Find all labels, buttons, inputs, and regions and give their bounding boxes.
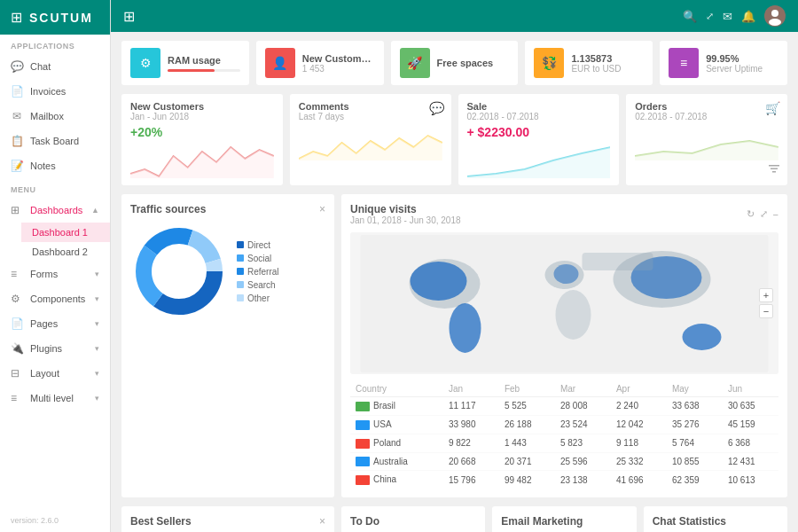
flag-icon [356,439,370,449]
components-icon: ⚙ [11,293,23,305]
map-svg [350,235,778,372]
layout-label: Layout [30,368,95,379]
multilevel-label: Multi level [30,393,95,403]
cell-feb: 99 482 [499,471,555,489]
stat-chart-1 [299,125,442,160]
sidebar-item-notes[interactable]: 📝 Notes [0,153,110,178]
sidebar-item-components[interactable]: ⚙ Components ▾ [0,286,110,311]
dashboard-submenu: Dashboard 1 Dashboard 2 [0,223,110,262]
sidebar-item-dashboard1[interactable]: Dashboard 1 [21,223,110,242]
unique-sub: Jan 01, 2018 - Jun 30, 2018 [350,215,461,225]
col-feb: Feb [499,381,555,397]
sidebar-item-label: Task Board [30,136,79,146]
col-jan: Jan [443,381,499,397]
best-sellers-title: Best Sellers [130,515,192,528]
col-may: May [667,381,723,397]
sidebar-item-dashboard2[interactable]: Dashboard 2 [21,242,110,262]
taskboard-icon: 📋 [11,135,23,147]
stat-card-comments: Comments Last 7 days 💬 [290,94,451,185]
legend-label-0: Direct [247,240,270,250]
chevron-down-icon: ▾ [95,319,99,328]
cell-apr: 25 332 [611,452,667,471]
sidebar-item-forms[interactable]: ≡ Forms ▾ [0,262,110,286]
sidebar-item-chat[interactable]: 💬 Chat [0,54,110,79]
ram-bar [168,69,240,72]
cell-jun: 30 635 [723,397,778,416]
sidebar-item-taskboard[interactable]: 📋 Task Board [0,129,110,153]
topbar-expand-icon[interactable]: ⤢ [706,11,714,22]
sidebar-item-multilevel[interactable]: ≡ Multi level ▾ [0,386,110,411]
svg-rect-2 [769,165,779,167]
avatar[interactable] [764,5,786,27]
world-map: + − [350,232,778,374]
map-controls: + − [759,288,773,318]
cell-may: 35 276 [667,415,723,434]
topbar-bell-icon[interactable]: 🔔 [741,10,755,23]
ram-icon: ⚙ [130,48,160,78]
uptime-title: 99.95% [706,53,778,64]
sidebar-item-pages[interactable]: 📄 Pages ▾ [0,311,110,336]
svg-rect-4 [772,171,776,173]
traffic-title: Traffic sources [130,203,206,215]
cell-jun: 6 368 [723,434,778,452]
orders-filter-icon[interactable] [768,163,780,178]
sidebar-item-label: Chat [30,61,51,72]
svg-point-1 [769,19,781,26]
chevron-down-icon: ▾ [95,394,99,403]
legend-item-0: Direct [237,240,279,250]
cell-country: China [350,471,443,489]
stat-sub-2: 02.2018 - 07.2018 [467,112,611,121]
sidebar-apps-section-label: APPLICATIONS [0,35,110,54]
free-title: Free spaces [437,58,510,68]
sidebar-item-layout[interactable]: ⊟ Layout ▾ [0,361,110,386]
minimize-icon[interactable]: − [773,209,778,220]
cell-country: Brasil [350,397,443,416]
donut-chart [130,223,228,320]
sidebar-item-dashboards[interactable]: ⊞ Dashboards ▲ [0,198,110,223]
flag-icon [356,457,370,466]
sidebar-item-label: Notes [30,160,56,171]
content-area: ⚙ RAM usage 👤 New Customers 1 453 🚀 [111,32,798,532]
col-jun: Jun [723,381,778,397]
cell-jun: 10 613 [723,471,778,489]
cell-jan: 33 980 [443,415,499,434]
layout-icon: ⊟ [11,367,23,379]
svg-rect-21 [583,253,653,270]
sidebar-item-invoices[interactable]: 📄 Invoices [0,79,110,104]
best-sellers-close-icon[interactable]: × [319,515,325,528]
legend-label-1: Social [247,254,271,263]
stat-card-sale: Sale 02.2018 - 07.2018 + $2230.00 [458,94,620,185]
refresh-icon[interactable]: ↻ [747,208,755,220]
stat-title-1: Comments [299,101,442,112]
cell-mar: 23 138 [555,471,611,489]
cell-may: 33 638 [667,397,723,416]
map-zoom-out-button[interactable]: − [759,304,773,318]
multilevel-icon: ≡ [11,392,23,404]
sidebar-item-label: Invoices [30,86,66,97]
traffic-close-icon[interactable]: × [319,203,325,215]
sidebar-item-mailbox[interactable]: ✉ Mailbox [0,104,110,129]
cell-may: 62 359 [667,471,723,489]
map-zoom-in-button[interactable]: + [759,288,773,302]
top-card-ram: ⚙ RAM usage [121,41,249,85]
svg-point-17 [556,290,591,340]
invoices-icon: 📄 [11,85,23,98]
bottom-cards-row: To Do Email Marketing Chat Statistics [341,506,787,532]
chat-stats-card: Chat Statistics [644,506,787,532]
svg-point-14 [450,303,481,353]
cell-jan: 20 668 [443,452,499,471]
table-row: Brasil11 1175 52528 0082 24033 63830 635 [350,397,778,416]
stat-card-new-customers: New Customers Jan - Jun 2018 +20% [121,94,283,185]
legend-dot-4 [237,294,244,301]
topbar-search-icon[interactable]: 🔍 [683,10,697,23]
topbar-mail-icon[interactable]: ✉ [723,10,732,23]
traffic-header: Traffic sources × [130,203,325,215]
expand-icon[interactable]: ⤢ [760,208,768,220]
topbar-left: ⊞ [123,8,135,25]
topbar-grid-icon[interactable]: ⊞ [123,8,135,25]
sidebar-item-plugins[interactable]: 🔌 Plugins ▾ [0,336,110,361]
cell-jun: 12 431 [723,452,778,471]
svg-point-20 [683,324,722,350]
cell-jan: 11 117 [443,397,499,416]
best-sellers-row: Best Sellers × Product A [121,506,787,532]
